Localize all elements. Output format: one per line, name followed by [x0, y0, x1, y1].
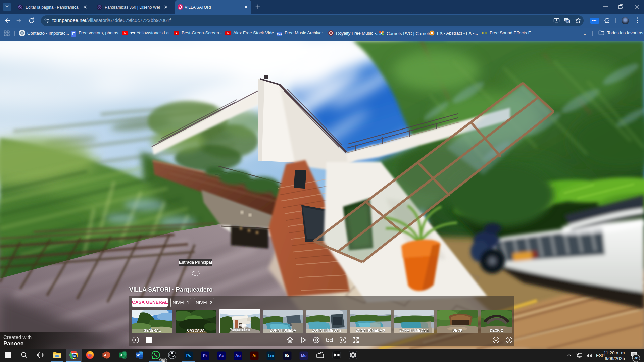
svg-text:X: X	[120, 353, 123, 357]
svg-text:文: 文	[567, 20, 569, 23]
svg-text:P: P	[104, 353, 106, 357]
svg-text:W: W	[136, 353, 140, 357]
